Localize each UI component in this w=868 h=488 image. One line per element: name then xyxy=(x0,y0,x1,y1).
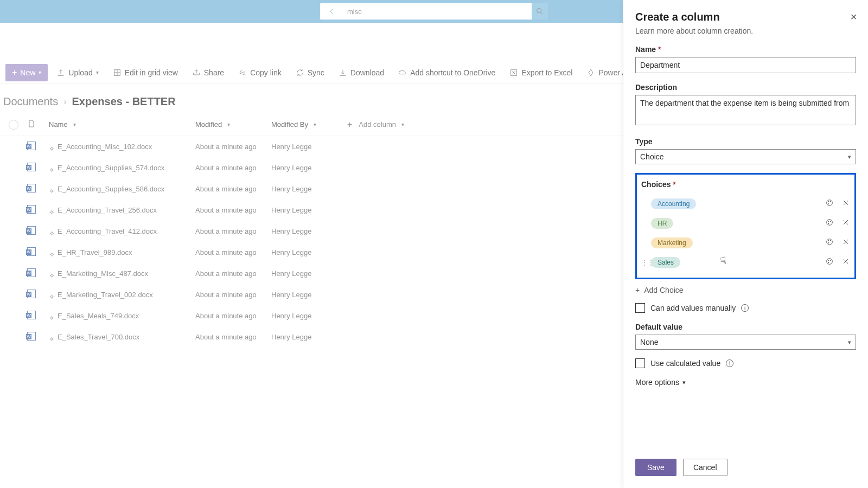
more-options-toggle[interactable]: More options ▾ xyxy=(635,378,856,387)
close-panel-button[interactable]: ✕ xyxy=(850,12,857,22)
file-name[interactable]: ✧E_HR_Travel_989.docx xyxy=(49,248,195,256)
file-modified: About a minute ago xyxy=(195,333,271,341)
new-indicator-icon: ✧ xyxy=(49,335,53,339)
file-type-icon xyxy=(27,268,49,279)
can-add-values-label: Can add values manually xyxy=(650,304,736,312)
col-header-modified-by[interactable]: Modified By xyxy=(271,120,347,129)
svg-point-5 xyxy=(830,201,831,202)
share-button[interactable]: Share xyxy=(187,64,229,81)
svg-point-16 xyxy=(828,260,828,260)
add-shortcut-button[interactable]: Add shortcut to OneDrive xyxy=(393,64,501,81)
edit-grid-button[interactable]: Edit in grid view xyxy=(107,64,183,81)
choice-pill[interactable]: Marketing xyxy=(651,237,693,248)
choice-pill[interactable]: HR xyxy=(651,218,673,229)
add-choice-button[interactable]: + Add Choice xyxy=(635,286,856,294)
svg-point-11 xyxy=(827,239,833,245)
remove-choice-icon[interactable] xyxy=(841,237,850,248)
file-name[interactable]: ✧E_Accounting_Misc_102.docx xyxy=(49,143,195,151)
file-modified: About a minute ago xyxy=(195,312,271,320)
svg-point-14 xyxy=(828,242,828,243)
info-icon[interactable]: i xyxy=(741,304,749,312)
choice-pill[interactable]: Accounting xyxy=(651,198,696,209)
file-type-icon xyxy=(27,290,49,300)
info-icon[interactable]: i xyxy=(726,359,733,367)
default-value-text: None xyxy=(640,338,658,346)
file-name[interactable]: ✧E_Sales_Travel_700.docx xyxy=(49,333,195,341)
choice-pill[interactable]: Sales xyxy=(651,257,680,268)
file-modified: About a minute ago xyxy=(195,143,271,151)
new-indicator-icon: ✧ xyxy=(49,166,53,170)
col-header-name[interactable]: Name xyxy=(49,120,195,129)
palette-icon[interactable] xyxy=(825,257,834,268)
palette-icon[interactable] xyxy=(825,237,834,248)
drag-handle-icon[interactable]: ⋮⋮ xyxy=(641,259,647,266)
cancel-button[interactable]: Cancel xyxy=(683,459,727,476)
use-calculated-checkbox[interactable] xyxy=(635,358,645,368)
select-all-col[interactable] xyxy=(0,120,27,130)
back-button[interactable] xyxy=(320,3,342,20)
remove-choice-icon[interactable] xyxy=(841,257,850,268)
new-indicator-icon: ✧ xyxy=(49,208,53,213)
file-modified-by: Henry Legge xyxy=(271,206,347,214)
more-options-label: More options xyxy=(635,378,679,387)
file-name[interactable]: ✧E_Accounting_Supplies_586.docx xyxy=(49,185,195,193)
download-label: Download xyxy=(350,68,384,77)
type-label: Type xyxy=(635,137,856,146)
add-column-button[interactable]: Add column xyxy=(347,120,429,130)
export-excel-button[interactable]: Export to Excel xyxy=(504,64,578,81)
powerapps-icon xyxy=(586,68,595,77)
svg-point-13 xyxy=(830,240,831,241)
svg-point-17 xyxy=(830,260,831,260)
file-name[interactable]: ✧E_Marketing_Misc_487.docx xyxy=(49,269,195,278)
new-indicator-icon: ✧ xyxy=(49,229,53,234)
new-button[interactable]: +New▾ xyxy=(5,64,48,81)
remove-choice-icon[interactable] xyxy=(841,198,850,209)
breadcrumb-root[interactable]: Documents xyxy=(3,95,58,108)
remove-choice-icon[interactable] xyxy=(841,218,850,229)
share-icon xyxy=(192,68,201,77)
palette-icon[interactable] xyxy=(825,218,834,229)
file-name[interactable]: ✧E_Sales_Meals_749.docx xyxy=(49,312,195,320)
choices-label: Choices * xyxy=(641,180,850,189)
file-name[interactable]: ✧E_Accounting_Supplies_574.docx xyxy=(49,164,195,172)
palette-icon[interactable] xyxy=(825,198,834,209)
description-label: Description xyxy=(635,83,856,92)
file-modified-by: Henry Legge xyxy=(271,312,347,320)
default-value-select[interactable]: None ▾ xyxy=(635,335,856,350)
file-modified-by: Henry Legge xyxy=(271,185,347,193)
edit-grid-label: Edit in grid view xyxy=(125,68,178,77)
copy-link-button[interactable]: Copy link xyxy=(233,64,287,81)
file-modified-by: Henry Legge xyxy=(271,227,347,235)
sync-button[interactable]: Sync xyxy=(290,64,330,81)
name-input[interactable] xyxy=(635,57,856,73)
svg-point-12 xyxy=(828,240,828,241)
new-indicator-icon: ✧ xyxy=(49,293,53,297)
svg-point-8 xyxy=(828,221,828,221)
file-modified: About a minute ago xyxy=(195,248,271,256)
chevron-down-icon: ▾ xyxy=(848,339,851,346)
search-button[interactable] xyxy=(532,3,548,20)
description-input[interactable] xyxy=(635,95,856,125)
upload-icon xyxy=(56,68,65,77)
can-add-values-checkbox[interactable] xyxy=(635,303,645,313)
upload-button[interactable]: Upload▾ xyxy=(51,64,104,81)
panel-subtitle-link[interactable]: Learn more about column creation. xyxy=(635,27,856,35)
col-header-modified[interactable]: Modified xyxy=(195,120,271,129)
chevron-down-icon: ▾ xyxy=(682,379,686,386)
file-name[interactable]: ✧E_Accounting_Travel_256.docx xyxy=(49,206,195,214)
col-name-label: Name xyxy=(49,120,68,129)
file-type-icon xyxy=(27,163,49,173)
type-select[interactable]: Choice ▾ xyxy=(635,149,856,164)
save-button[interactable]: Save xyxy=(635,459,676,476)
search-wrap xyxy=(320,3,548,20)
download-button[interactable]: Download xyxy=(333,64,390,81)
search-input[interactable] xyxy=(342,3,532,20)
file-modified-by: Henry Legge xyxy=(271,269,347,278)
file-name[interactable]: ✧E_Marketing_Travel_002.docx xyxy=(49,291,195,299)
file-name[interactable]: ✧E_Accounting_Travel_412.docx xyxy=(49,227,195,235)
file-modified-by: Henry Legge xyxy=(271,164,347,172)
file-modified: About a minute ago xyxy=(195,291,271,299)
svg-point-9 xyxy=(830,221,831,221)
choice-row: ⋮⋮Accounting xyxy=(641,194,850,214)
grid-icon xyxy=(113,68,122,77)
